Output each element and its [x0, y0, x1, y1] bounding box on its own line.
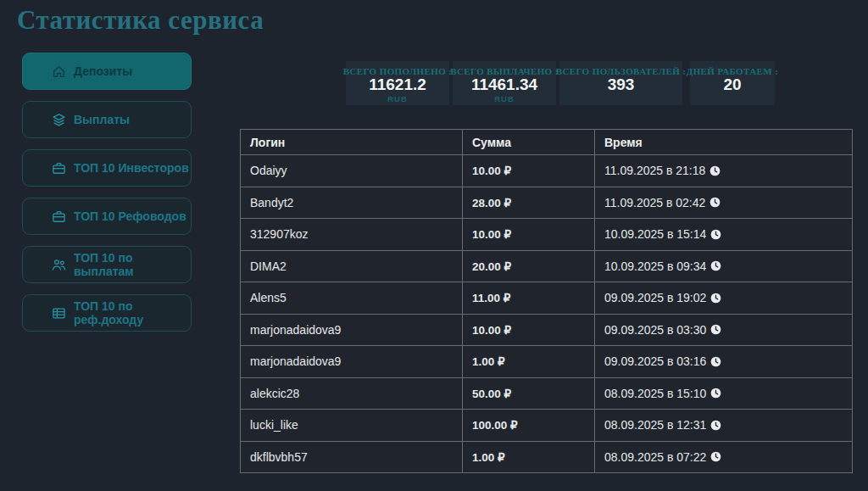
time-text: 08.09.2025 в 07:22: [604, 450, 706, 464]
clock-icon: [710, 388, 721, 399]
stat-card-value: 393: [608, 76, 635, 94]
table-row: marjonadaidova9 10.00 ₽ 09.09.2025 в 03:…: [241, 314, 853, 346]
column-header-login: Логин: [241, 130, 463, 155]
briefcase-icon: [52, 161, 66, 176]
sidebar-item-label: ТОП 10 Инвесторов: [74, 161, 189, 175]
table-body: Odaiyy 10.00 ₽ 11.09.2025 в 21:18 Bandyt…: [241, 155, 853, 473]
table-row: Bandyt2 28.00 ₽ 11.09.2025 в 02:42: [241, 187, 853, 219]
time-cell: 10.09.2025 в 15:14: [595, 219, 853, 251]
table-row: Alens5 11.00 ₽ 09.09.2025 в 19:02: [241, 282, 853, 315]
stats-cards: ВСЕГО ПОПОЛНЕНО : 11621.2 RUB ВСЕГО ВЫПЛ…: [346, 61, 775, 105]
house-icon: [52, 64, 66, 79]
sum-cell: 100.00 ₽: [463, 410, 595, 442]
login-cell: lucki_like: [241, 410, 463, 442]
sum-cell: 1.00 ₽: [463, 346, 595, 378]
login-cell: marjonadaidova9: [241, 314, 463, 346]
column-header-sum: Сумма: [463, 130, 595, 155]
stat-card-value: 11621.2: [369, 76, 426, 94]
clock-icon: [710, 260, 721, 271]
table-row: 312907koz 10.00 ₽ 10.09.2025 в 15:14: [241, 219, 853, 251]
login-cell: Odaiyy: [241, 155, 463, 187]
people-icon: [52, 258, 66, 272]
time-cell: 09.09.2025 в 19:02: [595, 282, 853, 315]
clock-icon: [709, 165, 721, 176]
login-cell: DIMA2: [241, 250, 463, 282]
login-cell: Alens5: [241, 282, 463, 315]
time-text: 10.09.2025 в 15:14: [604, 227, 706, 241]
sidebar-item-deposits[interactable]: Депозиты: [22, 53, 192, 90]
time-cell: 08.09.2025 в 07:22: [595, 441, 853, 473]
time-cell: 08.09.2025 в 12:31: [595, 410, 853, 442]
stat-card-value: 20: [723, 76, 741, 94]
time-text: 09.09.2025 в 19:02: [604, 291, 706, 304]
sidebar-item-label: ТОП 10 по реф.доходу: [74, 299, 191, 326]
sum-cell: 11.00 ₽: [463, 282, 595, 315]
stat-card-total-deposited: ВСЕГО ПОПОЛНЕНО : 11621.2 RUB: [346, 61, 449, 105]
time-text: 11.09.2025 в 21:18: [604, 164, 705, 177]
clock-icon: [710, 451, 721, 462]
time-cell: 08.09.2025 в 15:10: [595, 377, 853, 410]
time-text: 08.09.2025 в 12:31: [604, 418, 706, 432]
sidebar-item-top10-investors[interactable]: ТОП 10 Инвесторов: [22, 149, 192, 187]
sidebar-item-top10-ref-income[interactable]: ТОП 10 по реф.доходу: [22, 294, 192, 332]
login-cell: 312907koz: [241, 219, 463, 251]
clock-icon: [710, 420, 721, 431]
sidebar-item-top10-refovods[interactable]: ТОП 10 Рефоводов: [22, 198, 192, 235]
table-row: dkflbvbh57 1.00 ₽ 08.09.2025 в 07:22: [241, 441, 853, 473]
time-text: 10.09.2025 в 09:34: [604, 259, 706, 273]
sidebar: Депозиты Выплаты ТОП 10 Инвесторов ТОП 1…: [22, 53, 192, 332]
stat-card-total-paid: ВСЕГО ВЫПЛАЧЕНО : 11461.34 RUB: [453, 61, 556, 105]
clock-icon: [709, 197, 721, 208]
sum-cell: 10.00 ₽: [463, 155, 595, 187]
table-header-row: ЛогинСуммаВремя: [241, 130, 853, 155]
clock-icon: [710, 229, 721, 240]
stat-card-total-users: ВСЕГО ПОЛЬЗОВАТЕЛЕЙ : 393: [559, 61, 682, 105]
sum-cell: 20.00 ₽: [463, 250, 595, 282]
time-cell: 10.09.2025 в 09:34: [595, 250, 853, 282]
sidebar-item-label: ТОП 10 по выплатам: [74, 251, 191, 278]
sum-cell: 10.00 ₽: [463, 219, 595, 251]
stat-card-unit: RUB: [387, 94, 408, 103]
login-cell: alekcic28: [241, 377, 463, 410]
stat-card-unit: RUB: [494, 94, 515, 103]
time-text: 11.09.2025 в 02:42: [604, 196, 705, 209]
time-cell: 11.09.2025 в 21:18: [595, 155, 853, 187]
time-text: 09.09.2025 в 03:16: [604, 354, 706, 368]
time-text: 08.09.2025 в 15:10: [604, 387, 706, 400]
sidebar-item-label: ТОП 10 Рефоводов: [74, 209, 186, 223]
time-cell: 09.09.2025 в 03:16: [595, 346, 853, 378]
sidebar-item-top10-payouts[interactable]: ТОП 10 по выплатам: [22, 246, 192, 283]
sum-cell: 1.00 ₽: [463, 441, 595, 473]
login-cell: marjonadaidova9: [241, 346, 463, 378]
table-icon: [52, 306, 66, 321]
sum-cell: 50.00 ₽: [463, 377, 595, 410]
sum-cell: 28.00 ₽: [463, 187, 595, 219]
time-cell: 11.09.2025 в 02:42: [595, 187, 853, 219]
table-row: marjonadaidova9 1.00 ₽ 09.09.2025 в 03:1…: [241, 346, 853, 378]
clock-icon: [710, 293, 721, 304]
sidebar-item-label: Выплаты: [74, 113, 130, 126]
briefcase-icon: [52, 209, 66, 224]
column-header-time: Время: [595, 130, 853, 155]
time-cell: 09.09.2025 в 03:30: [595, 314, 853, 346]
stat-card-value: 11461.34: [471, 76, 537, 94]
table-row: DIMA2 20.00 ₽ 10.09.2025 в 09:34: [241, 250, 853, 282]
login-cell: dkflbvbh57: [241, 441, 463, 473]
login-cell: Bandyt2: [241, 187, 463, 219]
layers-icon: [52, 113, 66, 127]
stat-card-days-working: ДНЕЙ РАБОТАЕМ : 20: [690, 61, 775, 105]
page-title: Статистика сервиса: [17, 5, 264, 36]
time-text: 09.09.2025 в 03:30: [604, 323, 706, 337]
sum-cell: 10.00 ₽: [463, 314, 595, 346]
table-row: lucki_like 100.00 ₽ 08.09.2025 в 12:31: [241, 410, 853, 442]
sidebar-item-payouts[interactable]: Выплаты: [22, 101, 192, 138]
table-row: alekcic28 50.00 ₽ 08.09.2025 в 15:10: [241, 377, 853, 410]
sidebar-item-label: Депозиты: [74, 64, 132, 78]
clock-icon: [710, 356, 721, 367]
deposits-table: ЛогинСуммаВремя Odaiyy 10.00 ₽ 11.09.202…: [240, 129, 853, 473]
table-row: Odaiyy 10.00 ₽ 11.09.2025 в 21:18: [241, 155, 853, 187]
clock-icon: [710, 324, 721, 335]
